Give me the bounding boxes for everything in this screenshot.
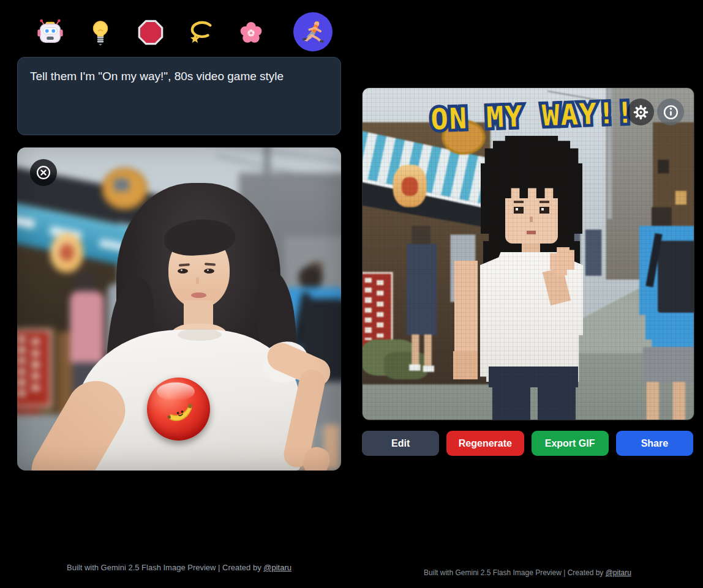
pixel-girl — [363, 88, 694, 420]
footer-left-author-link[interactable]: @pitaru — [263, 563, 291, 572]
cherry-blossom-icon — [237, 18, 265, 47]
style-stop-sign-button[interactable] — [137, 18, 165, 47]
pixel-girl-tshirt — [480, 252, 583, 382]
tshirt-collar — [178, 329, 222, 341]
banana-badge-sticker — [147, 378, 210, 441]
remove-photo-button[interactable] — [30, 159, 57, 186]
banana-icon — [157, 387, 200, 430]
woman-eye-left — [178, 269, 188, 274]
style-robot-button[interactable] — [36, 18, 64, 47]
info-icon — [662, 103, 680, 121]
pixel-girl-left-arm — [454, 261, 478, 356]
gear-icon — [633, 104, 649, 121]
dizzy-star-icon — [186, 18, 214, 47]
woman-eye-right — [204, 269, 214, 274]
app-background: Tell them I'm "On my way!", 80s video ga… — [0, 0, 703, 588]
style-light-bulb-button[interactable] — [86, 18, 115, 47]
style-dizzy-button[interactable] — [186, 18, 214, 47]
action-bar: Edit Regenerate Export GIF Share — [362, 431, 693, 456]
prompt-input[interactable]: Tell them I'm "On my way!", 80s video ga… — [17, 57, 341, 135]
circled-x-icon — [32, 161, 55, 184]
runner-icon — [300, 19, 326, 45]
share-button[interactable]: Share — [616, 431, 693, 456]
export-gif-button[interactable]: Export GIF — [532, 431, 609, 456]
robot-icon — [36, 18, 64, 47]
edit-button[interactable]: Edit — [362, 431, 439, 456]
light-bulb-icon — [86, 18, 115, 47]
footer-left: Built with Gemini 2.5 Flash Image Previe… — [17, 563, 341, 572]
footer-right: Built with Gemini 2.5 Flash Image Previe… — [362, 568, 693, 577]
pixel-girl-hand — [453, 351, 478, 379]
woman-lips — [191, 292, 206, 298]
settings-button[interactable] — [627, 99, 654, 125]
generated-image-card: ON MY WAY!! — [362, 87, 694, 420]
source-photo-card — [17, 147, 341, 471]
style-cherry-blossom-button[interactable] — [237, 18, 265, 47]
style-runner-button-selected[interactable] — [293, 12, 333, 51]
regenerate-button[interactable]: Regenerate — [446, 431, 524, 456]
footer-right-author-link[interactable]: @pitaru — [606, 568, 631, 577]
footer-left-text: Built with Gemini 2.5 Flash Image Previe… — [67, 563, 263, 572]
info-button[interactable] — [657, 99, 684, 125]
stop-sign-icon — [137, 18, 165, 47]
footer-right-text: Built with Gemini 2.5 Flash Image Previe… — [424, 568, 606, 577]
pixel-girl-mouth — [527, 231, 536, 234]
